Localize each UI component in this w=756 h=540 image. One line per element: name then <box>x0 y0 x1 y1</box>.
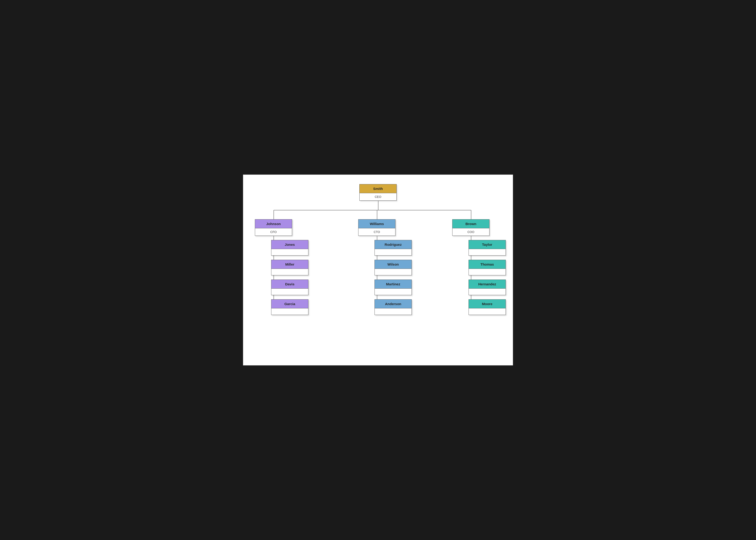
node-thomas-title <box>469 269 506 275</box>
node-johnson: Johnson CFO <box>255 219 292 236</box>
node-williams-title: CTO <box>358 228 395 235</box>
node-moore: Moore <box>468 299 506 315</box>
node-miller-name: Miller <box>271 260 308 269</box>
node-taylor-name: Taylor <box>469 240 506 249</box>
node-jones-title <box>271 249 308 255</box>
node-jones: Jones <box>271 240 309 256</box>
node-miller: Miller <box>271 260 309 275</box>
node-anderson: Anderson <box>374 299 412 315</box>
williams-children: Rodriguez Wilson Martinez Anderson <box>374 240 412 315</box>
node-brown-title: COO <box>452 228 489 235</box>
node-rodriguez-title <box>375 249 412 255</box>
org-chart-container: Smith CEO Johnson CFO Jones Miller <box>243 175 513 365</box>
node-wilson-name: Wilson <box>375 260 412 269</box>
node-brown-name: Brown <box>452 219 489 228</box>
node-hernandez-name: Hernandez <box>469 280 506 288</box>
node-thomas-name: Thomas <box>469 260 506 269</box>
node-davis-title <box>271 288 308 295</box>
node-williams-name: Williams <box>358 219 395 228</box>
node-jones-name: Jones <box>271 240 308 249</box>
node-johnson-name: Johnson <box>255 219 292 228</box>
col-williams: Williams CTO Rodriguez Wilson Martinez A… <box>342 219 414 315</box>
node-taylor-title <box>469 249 506 255</box>
node-davis-name: Davis <box>271 280 308 288</box>
node-garcia: Garcia <box>271 299 309 315</box>
node-rodriguez: Rodriguez <box>374 240 412 256</box>
node-brown: Brown COO <box>452 219 489 236</box>
node-anderson-title <box>375 308 412 315</box>
node-johnson-title: CFO <box>255 228 292 235</box>
node-hernandez: Hernandez <box>468 280 506 295</box>
node-thomas: Thomas <box>468 260 506 275</box>
node-martinez-title <box>375 288 412 295</box>
node-martinez-name: Martinez <box>375 280 412 288</box>
node-garcia-title <box>271 308 308 315</box>
node-smith: Smith CEO <box>359 184 397 201</box>
node-smith-name: Smith <box>360 184 396 193</box>
node-wilson: Wilson <box>374 260 412 275</box>
node-williams: Williams CTO <box>358 219 396 236</box>
node-hernandez-title <box>469 288 506 295</box>
node-moore-title <box>469 308 506 315</box>
node-martinez: Martinez <box>374 280 412 295</box>
node-garcia-name: Garcia <box>271 300 308 308</box>
level1-row: Johnson CFO Jones Miller Davis Garc <box>250 219 506 315</box>
col-johnson: Johnson CFO Jones Miller Davis Garc <box>250 219 322 315</box>
johnson-children: Jones Miller Davis Garcia <box>271 240 309 315</box>
col-brown: Brown COO Taylor Thomas Hernandez Moore <box>434 219 506 315</box>
node-davis: Davis <box>271 280 309 295</box>
brown-children: Taylor Thomas Hernandez Moore <box>468 240 506 315</box>
node-moore-name: Moore <box>469 300 506 308</box>
node-anderson-name: Anderson <box>375 300 412 308</box>
node-wilson-title <box>375 269 412 275</box>
node-rodriguez-name: Rodriguez <box>375 240 412 249</box>
node-smith-title: CEO <box>360 193 396 201</box>
node-taylor: Taylor <box>468 240 506 256</box>
root-level: Smith CEO <box>250 184 506 201</box>
node-miller-title <box>271 269 308 275</box>
